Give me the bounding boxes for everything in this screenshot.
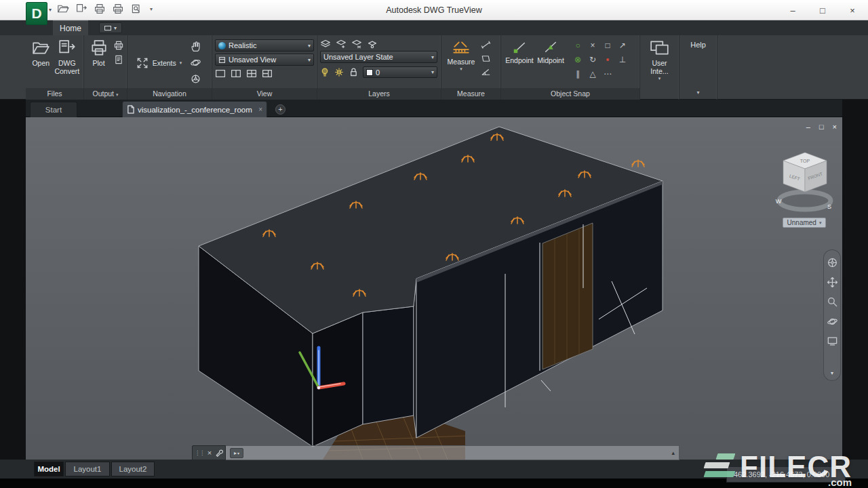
apparent-snap-button[interactable]: △ bbox=[585, 67, 600, 81]
named-view-dropdown[interactable]: Unsaved View ▾ bbox=[215, 54, 314, 66]
layer-state-dropdown[interactable]: Unsaved Layer State ▾ bbox=[320, 51, 437, 63]
steering-wheel-icon[interactable] bbox=[190, 73, 201, 85]
tab-layout2[interactable]: Layout2 bbox=[111, 462, 155, 476]
command-tools-wrench-icon[interactable] bbox=[215, 449, 223, 457]
viewcube-west-label[interactable]: W bbox=[776, 198, 782, 205]
perpendicular-snap-button[interactable]: ⊥ bbox=[615, 53, 630, 67]
batch-plot-icon[interactable] bbox=[112, 3, 124, 14]
nearest-snap-button[interactable]: • bbox=[600, 53, 615, 67]
panel-output-label[interactable]: Output▾ bbox=[84, 88, 127, 100]
zoom-tool-icon[interactable] bbox=[827, 296, 838, 308]
parallel-snap-button[interactable]: ∥ bbox=[570, 67, 585, 81]
viewcube-top-face[interactable]: TOP bbox=[800, 159, 810, 163]
panel-navigation-label[interactable]: Navigation bbox=[127, 88, 212, 100]
intersection-snap-button[interactable]: ⊗ bbox=[570, 53, 585, 67]
full-navigation-wheel-icon[interactable] bbox=[827, 257, 838, 268]
extension-snap-button[interactable]: ↗ bbox=[615, 39, 630, 53]
snap-more-button[interactable]: ⋯ bbox=[600, 67, 615, 81]
page-setup-icon[interactable] bbox=[113, 55, 124, 64]
viewport-join-icon[interactable] bbox=[262, 69, 273, 78]
midpoint-snap-button[interactable]: Midpoint bbox=[535, 37, 566, 64]
tab-model[interactable]: Model bbox=[34, 462, 64, 476]
endpoint-snap-button[interactable]: Endpoint bbox=[504, 37, 535, 64]
viewport-minimize-icon[interactable]: – bbox=[806, 123, 810, 131]
tab-layout1[interactable]: Layout1 bbox=[65, 462, 110, 476]
open-file-icon[interactable] bbox=[57, 3, 69, 14]
user-interface-button[interactable]: User Inte... ▾ bbox=[643, 37, 676, 81]
new-tab-button[interactable]: + bbox=[275, 104, 285, 115]
close-button[interactable]: × bbox=[846, 5, 859, 16]
dwg-convert-icon[interactable] bbox=[75, 3, 87, 14]
named-view-pill[interactable]: Unnamed ▾ bbox=[783, 218, 826, 228]
command-input[interactable]: ▸ ▾ ▴ bbox=[226, 445, 679, 460]
viewport-close-icon[interactable]: × bbox=[833, 123, 837, 131]
pan-hand-icon[interactable] bbox=[190, 41, 201, 52]
viewport-quad-icon[interactable] bbox=[246, 69, 257, 78]
navbar-caret[interactable]: ▾ bbox=[831, 370, 833, 376]
viewport-restore-icon[interactable]: □ bbox=[819, 123, 824, 131]
panel-files-label[interactable]: Files bbox=[26, 88, 83, 100]
navigation-bar: ▾ bbox=[823, 249, 841, 381]
command-history-button[interactable]: ▴ bbox=[671, 449, 675, 456]
showmotion-icon[interactable] bbox=[827, 336, 838, 347]
plot-preview-icon[interactable] bbox=[130, 3, 142, 14]
quadrant-snap-button[interactable]: □ bbox=[600, 39, 615, 53]
measure-button[interactable]: Measure ▾ bbox=[444, 37, 478, 72]
tab-start[interactable]: Start bbox=[30, 102, 77, 117]
panel-object-snap-label[interactable]: Object Snap bbox=[501, 88, 639, 100]
orbit-icon[interactable] bbox=[190, 57, 201, 68]
command-prompt-chip[interactable]: ▸ ▾ bbox=[230, 448, 243, 458]
command-grip-handle[interactable]: ⋮⋮ bbox=[195, 449, 204, 456]
panel-measure-label[interactable]: Measure bbox=[441, 88, 500, 100]
user-interface-label: User Inte... bbox=[643, 59, 676, 75]
batch-plot-small-icon[interactable] bbox=[113, 41, 124, 50]
viewcube[interactable]: TOP LEFT FRONT W S bbox=[772, 142, 837, 230]
tab-drawing-active[interactable]: visualization_-_conference_room × bbox=[122, 101, 267, 117]
visual-style-dropdown[interactable]: Realistic ▾ bbox=[215, 39, 314, 52]
lock-icon[interactable] bbox=[349, 67, 358, 77]
plot-button[interactable]: Plot bbox=[87, 37, 111, 67]
viewport-single-icon[interactable] bbox=[215, 69, 226, 78]
panel-navigation-content: Extents ▾ bbox=[127, 35, 212, 88]
tab-drawing-close-icon[interactable]: × bbox=[258, 106, 262, 113]
open-button[interactable]: Open bbox=[28, 37, 54, 67]
print-icon[interactable] bbox=[94, 3, 106, 14]
measure-distance-icon[interactable] bbox=[481, 41, 491, 49]
orbit-tool-icon[interactable] bbox=[827, 316, 838, 327]
visual-style-icon bbox=[218, 42, 226, 49]
command-close-icon[interactable]: × bbox=[208, 449, 212, 457]
sun-icon[interactable] bbox=[334, 67, 344, 77]
node-snap-button[interactable]: × bbox=[585, 39, 600, 53]
layer-freeze-icon[interactable] bbox=[336, 39, 347, 49]
command-prompt-icon: ▸ bbox=[234, 450, 237, 456]
layer-off-icon[interactable] bbox=[351, 39, 362, 49]
dwg-convert-button[interactable]: DWG Convert bbox=[54, 37, 81, 75]
title-bar: ▾ Autodesk DWG TrueView – □ × bbox=[0, 0, 868, 20]
panel-user-interface-content: User Inte... ▾ bbox=[640, 35, 679, 88]
3d-model-canvas[interactable] bbox=[26, 117, 842, 460]
layer-isolate-icon[interactable] bbox=[367, 39, 378, 49]
tangent-snap-button[interactable]: ↻ bbox=[585, 53, 600, 67]
tab-home[interactable]: Home bbox=[53, 20, 88, 35]
panel-output-expander[interactable]: ▾ bbox=[116, 92, 119, 97]
layer-properties-icon[interactable] bbox=[320, 39, 331, 49]
ribbon-display-toggle[interactable]: ▾ bbox=[99, 22, 122, 33]
qat-customize-caret[interactable]: ▾ bbox=[150, 6, 153, 12]
zoom-extents-icon bbox=[136, 56, 149, 70]
panel-layers-label[interactable]: Layers bbox=[317, 88, 441, 100]
zoom-extents-button[interactable]: Extents ▾ bbox=[130, 56, 187, 70]
viewport-split-icon[interactable] bbox=[231, 69, 241, 78]
help-button[interactable]: Help ▾ bbox=[679, 35, 717, 100]
lightbulb-icon[interactable] bbox=[320, 67, 330, 77]
measure-area-icon[interactable] bbox=[481, 54, 491, 63]
maximize-button[interactable]: □ bbox=[816, 5, 829, 16]
panel-view-label[interactable]: View bbox=[212, 88, 317, 100]
pan-tool-icon[interactable] bbox=[827, 277, 838, 288]
application-menu-button[interactable]: D bbox=[26, 2, 47, 25]
viewcube-south-label[interactable]: S bbox=[827, 203, 831, 210]
measure-angle-icon[interactable] bbox=[481, 68, 491, 77]
minimize-button[interactable]: – bbox=[787, 5, 799, 16]
center-snap-button[interactable]: ○ bbox=[570, 39, 585, 53]
current-layer-dropdown[interactable]: 0 ▾ bbox=[363, 66, 437, 78]
object-snap-grid: ○ × □ ↗ ⊗ ↻ • ⊥ ∥ △ ⋯ bbox=[570, 39, 630, 81]
